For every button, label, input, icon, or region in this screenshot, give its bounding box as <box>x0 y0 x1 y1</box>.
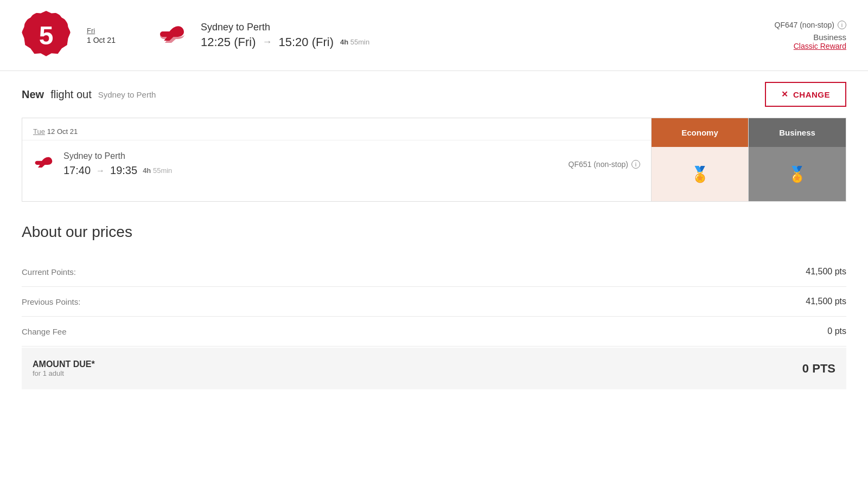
original-flight-day: Fri <box>87 27 141 35</box>
arrow-icon: → <box>262 36 272 48</box>
new-flight-date: 12 Oct 21 <box>47 127 78 136</box>
change-button[interactable]: ✕ CHANGE <box>765 82 846 107</box>
qantas-logo-small <box>33 155 53 173</box>
new-flight-times: 17:40 → 19:35 4h 55min <box>63 164 172 177</box>
new-depart-time: 17:40 <box>63 164 91 177</box>
new-flight-title-block: New flight out Sydney to Perth <box>22 88 156 101</box>
new-arrive-time: 19:35 <box>110 164 137 177</box>
change-fee-row: Change Fee 0 pts <box>22 317 846 346</box>
step-badge: 5 <box>22 11 71 60</box>
business-cell[interactable]: 🏅 <box>749 147 846 201</box>
cabin-class-info: Business Classic Reward <box>794 33 846 50</box>
about-prices-section: About our prices Current Points: 41,500 … <box>0 202 868 400</box>
current-points-value: 41,500 pts <box>806 267 846 277</box>
change-fee-value: 0 pts <box>827 326 846 336</box>
amount-due-labels: AMOUNT DUE* for 1 adult <box>33 359 95 377</box>
info-icon-top[interactable]: i <box>838 21 846 29</box>
original-arrive-time: 15:20 (Fri) <box>278 35 333 49</box>
top-flight-summary: 5 Fri 1 Oct 21 Sydney to Perth 12:25 (Fr… <box>0 0 868 71</box>
flight-out-label: flight out <box>50 88 92 101</box>
amount-due-value: 0 PTS <box>802 362 835 376</box>
flight-selection-grid: Tue 12 Oct 21 Sydney to Perth 17:40 → 19… <box>22 118 846 202</box>
change-fee-label: Change Fee <box>22 327 67 336</box>
economy-medal: 🏅 <box>691 165 710 183</box>
new-route-name: Sydney to Perth <box>63 151 172 161</box>
new-flight-info-panel: Tue 12 Oct 21 Sydney to Perth 17:40 → 19… <box>22 118 651 202</box>
business-medal: 🏅 <box>788 165 807 183</box>
new-flight-date-row: Tue 12 Oct 21 <box>22 118 651 140</box>
amount-due-sub-label: for 1 adult <box>33 369 95 377</box>
economy-column: Economy 🏅 <box>651 118 749 202</box>
cabin-class-name: Business <box>794 33 846 42</box>
previous-points-row: Previous Points: 41,500 pts <box>22 287 846 317</box>
new-flight-day: Tue <box>33 127 45 136</box>
previous-points-value: 41,500 pts <box>806 297 846 306</box>
new-flight-number: QF651 (non-stop) i <box>569 160 641 169</box>
new-flight-route-subtitle: Sydney to Perth <box>98 90 156 99</box>
x-icon: ✕ <box>781 89 789 99</box>
new-flight-header: New flight out Sydney to Perth ✕ CHANGE <box>0 71 868 118</box>
reward-type-link[interactable]: Classic Reward <box>794 42 846 50</box>
original-flight-times: 12:25 (Fri) → 15:20 (Fri) 4h 55min <box>201 35 758 49</box>
business-column: Business 🏅 <box>749 118 846 202</box>
original-duration: 4h 55min <box>340 38 369 46</box>
new-flight-row[interactable]: Sydney to Perth 17:40 → 19:35 4h 55min Q… <box>22 140 651 188</box>
current-points-label: Current Points: <box>22 267 76 277</box>
new-label: New <box>22 88 44 101</box>
original-flight-route: Sydney to Perth 12:25 (Fri) → 15:20 (Fri… <box>201 22 758 49</box>
new-flight-route-detail: Sydney to Perth 17:40 → 19:35 4h 55min <box>63 151 172 177</box>
business-header[interactable]: Business <box>749 118 846 147</box>
current-points-row: Current Points: 41,500 pts <box>22 257 846 287</box>
economy-medal-icon: 🏅 <box>691 165 710 183</box>
info-icon-new[interactable]: i <box>631 160 640 169</box>
original-flight-number: QF647 (non-stop) i <box>775 21 847 29</box>
prices-table: Current Points: 41,500 pts Previous Poin… <box>22 257 846 389</box>
original-route-name: Sydney to Perth <box>201 22 758 33</box>
new-arrow-icon: → <box>96 166 105 176</box>
amount-due-row: AMOUNT DUE* for 1 adult 0 PTS <box>22 348 846 389</box>
economy-cell[interactable]: 🏅 <box>652 147 748 201</box>
about-prices-title: About our prices <box>22 223 846 241</box>
new-duration: 4h 55min <box>143 166 172 175</box>
original-flight-date-value: 1 Oct 21 <box>87 36 141 44</box>
economy-header[interactable]: Economy <box>652 118 748 147</box>
qantas-logo-top <box>157 24 184 47</box>
amount-due-main-label: AMOUNT DUE* <box>33 359 95 369</box>
original-flight-date: Fri 1 Oct 21 <box>87 27 141 44</box>
original-flight-meta: QF647 (non-stop) i Business Classic Rewa… <box>775 21 847 50</box>
original-depart-time: 12:25 (Fri) <box>201 35 256 49</box>
previous-points-label: Previous Points: <box>22 297 80 306</box>
business-medal-icon: 🏅 <box>788 165 807 183</box>
